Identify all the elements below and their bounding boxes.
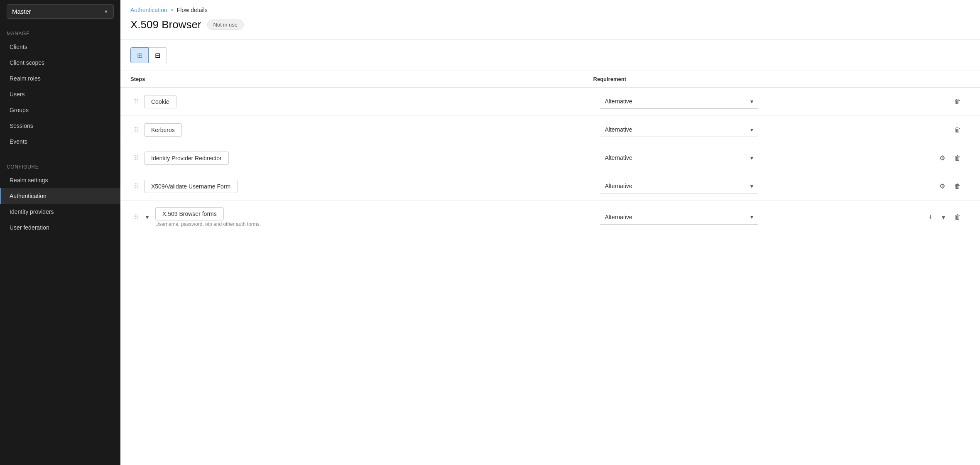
requirement-select-kerberos[interactable]: DisabledAlternativeRequiredConditional <box>600 122 758 137</box>
sidebar-item-events[interactable]: Events <box>0 134 120 149</box>
breadcrumb-authentication-link[interactable]: Authentication <box>130 7 167 13</box>
requirement-select-cookie[interactable]: DisabledAlternativeRequiredConditional <box>600 94 758 109</box>
step-cell-cookie: ⠿Cookie <box>127 95 587 108</box>
drag-handle-x509-validate[interactable]: ⠿ <box>127 182 139 190</box>
gear-button-identity-provider-redirector[interactable]: ⚙ <box>937 152 948 164</box>
expand-button-x509-browser-forms[interactable]: ▾ <box>144 212 150 222</box>
step-name-x509-browser-forms: X.509 Browser forms <box>155 207 224 220</box>
requirement-select-x509-validate[interactable]: DisabledAlternativeRequiredConditional <box>600 179 758 193</box>
sidebar-item-sessions[interactable]: Sessions <box>0 118 120 134</box>
sidebar-divider <box>0 153 120 153</box>
sidebar-item-clients[interactable]: Clients <box>0 39 120 55</box>
breadcrumb: Authentication > Flow details <box>120 0 980 17</box>
step-name-cookie: Cookie <box>144 95 176 108</box>
delete-button-x509-validate[interactable]: 🗑 <box>952 181 963 192</box>
step-cell-kerberos: ⠿Kerberos <box>127 123 587 137</box>
flow-table: Steps Requirement ⠿CookieDisabledAlterna… <box>120 71 980 234</box>
table-row: ⠿▾X.509 Browser formsUsername, password,… <box>120 201 980 234</box>
step-name-x509-validate: X509/Validate Username Form <box>144 180 238 193</box>
sidebar-header: Master ▼ <box>0 0 120 23</box>
table-view-button[interactable]: ⊞ <box>130 47 149 63</box>
drag-handle-kerberos[interactable]: ⠿ <box>127 126 139 134</box>
drag-handle-cookie[interactable]: ⠿ <box>127 98 139 105</box>
col-requirement: Requirement <box>593 71 894 88</box>
main-content: Authentication > Flow details X.509 Brow… <box>120 0 980 465</box>
step-name-identity-provider-redirector: Identity Provider Redirector <box>144 152 229 165</box>
configure-section-label: Configure <box>0 157 120 172</box>
step-cell-x509-browser-forms: ⠿▾X.509 Browser formsUsername, password,… <box>127 207 587 227</box>
breadcrumb-current: Flow details <box>177 7 208 13</box>
sidebar: Master ▼ Manage Clients Client scopes Re… <box>0 0 120 465</box>
step-sub-x509-browser-forms: Username, password, otp and other auth f… <box>155 221 261 227</box>
step-cell-identity-provider-redirector: ⠿Identity Provider Redirector <box>127 152 587 165</box>
sidebar-item-user-federation[interactable]: User federation <box>0 220 120 235</box>
sidebar-item-identity-providers[interactable]: Identity providers <box>0 204 120 220</box>
requirement-select-x509-browser-forms[interactable]: DisabledAlternativeRequiredConditional <box>600 210 758 225</box>
page-title: X.509 Browser <box>130 18 201 31</box>
delete-button-kerberos[interactable]: 🗑 <box>952 125 963 135</box>
delete-button-identity-provider-redirector[interactable]: 🗑 <box>952 153 963 164</box>
table-row: ⠿KerberosDisabledAlternativeRequiredCond… <box>120 116 980 144</box>
view-toggle: ⊞ ⊟ <box>120 40 980 71</box>
page-title-row: X.509 Browser Not in use <box>120 17 980 39</box>
sidebar-item-realm-settings[interactable]: Realm settings <box>0 172 120 188</box>
drag-handle-identity-provider-redirector[interactable]: ⠿ <box>127 154 139 162</box>
delete-button-x509-browser-forms[interactable]: 🗑 <box>952 212 963 223</box>
sidebar-item-authentication[interactable]: Authentication <box>0 188 120 204</box>
manage-section-label: Manage <box>0 23 120 39</box>
delete-button-cookie[interactable]: 🗑 <box>952 96 963 107</box>
sidebar-item-groups[interactable]: Groups <box>0 102 120 118</box>
col-actions <box>894 71 980 88</box>
gear-button-x509-validate[interactable]: ⚙ <box>937 181 948 192</box>
table-row: ⠿Identity Provider RedirectorDisabledAlt… <box>120 144 980 172</box>
diagram-view-button[interactable]: ⊟ <box>149 47 167 63</box>
drag-handle-x509-browser-forms[interactable]: ⠿ <box>127 213 139 221</box>
realm-selector[interactable]: Master ▼ <box>7 4 114 19</box>
requirement-select-identity-provider-redirector[interactable]: DisabledAlternativeRequiredConditional <box>600 151 758 165</box>
sidebar-item-realm-roles[interactable]: Realm roles <box>0 71 120 86</box>
step-cell-x509-validate: ⠿X509/Validate Username Form <box>127 180 587 193</box>
col-steps: Steps <box>120 71 593 88</box>
status-badge: Not in use <box>207 20 244 30</box>
chevron-down-icon: ▼ <box>104 9 108 14</box>
table-row: ⠿CookieDisabledAlternativeRequiredCondit… <box>120 88 980 116</box>
add-button-x509-browser-forms[interactable]: + <box>926 211 935 223</box>
sidebar-item-users[interactable]: Users <box>0 86 120 102</box>
breadcrumb-separator: > <box>171 7 174 13</box>
table-row: ⠿X509/Validate Username FormDisabledAlte… <box>120 172 980 201</box>
realm-name: Master <box>12 8 31 15</box>
sidebar-item-client-scopes[interactable]: Client scopes <box>0 55 120 71</box>
add-chevron-button-x509-browser-forms[interactable]: ▾ <box>939 212 948 223</box>
step-name-kerberos: Kerberos <box>144 123 182 137</box>
